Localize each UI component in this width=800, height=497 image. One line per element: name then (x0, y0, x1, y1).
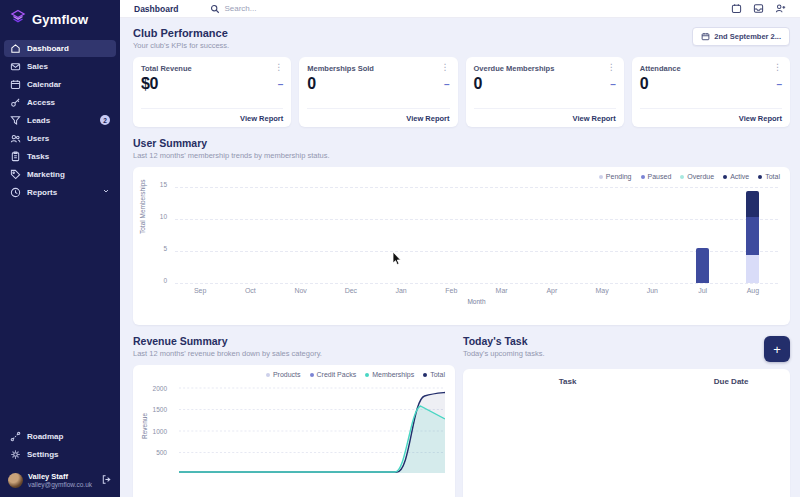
user-summary-chart-card: Pending Paused Overdue Active Total Tota… (133, 167, 790, 325)
app-title: Gymflow (32, 12, 88, 27)
plot-area (175, 187, 778, 283)
brand[interactable]: Gymflow (0, 0, 120, 37)
kpi-value: $0 (141, 75, 158, 93)
revenue-area-chart: Revenue 2000 1500 1000 500 (143, 381, 445, 491)
tag-icon (10, 169, 21, 180)
home-icon (10, 43, 21, 54)
kpi-change: – (278, 79, 284, 90)
gymflow-logo-icon (10, 9, 26, 29)
main-area: Dashboard Club Performance Your club's K… (120, 0, 800, 497)
y-axis-ticks: 15 10 5 0 (153, 184, 167, 280)
logout-icon[interactable] (101, 471, 112, 489)
todays-task-section: Today's Task Today's upcoming tasks. + T… (463, 335, 790, 497)
user-summary-subtitle: Last 12 months' membership trends by mem… (133, 151, 790, 160)
club-performance-subtitle: Your club's KPIs for success. (133, 41, 229, 50)
kpi-value: 0 (307, 75, 316, 93)
view-report-link[interactable]: View Report (240, 114, 283, 123)
legend-item-pending: Pending (599, 173, 632, 180)
y-axis-label: Total Memberships (139, 179, 146, 234)
date-filter-label: 2nd September 2... (714, 32, 781, 41)
sidebar: Gymflow Dashboard Sales Calendar Access … (0, 0, 120, 497)
revenue-chart-card: Products Credit Packs Memberships Total … (133, 365, 455, 497)
revenue-summary-section: Revenue Summary Last 12 months' revenue … (133, 335, 455, 497)
kebab-menu-icon[interactable]: ⋮ (607, 64, 616, 71)
revenue-summary-subtitle: Last 12 months' revenue broken down by s… (133, 349, 455, 358)
sidebar-item-leads[interactable]: Leads 2 (4, 112, 116, 129)
task-table-header: Task Due Date (463, 377, 790, 386)
y-axis-ticks: 2000 1500 1000 500 (149, 381, 167, 473)
users-icon (10, 133, 21, 144)
inbox-icon[interactable] (753, 3, 764, 14)
y-axis-label: Revenue (141, 413, 148, 439)
topbar: Dashboard (120, 0, 800, 18)
legend-item-active: Active (723, 173, 749, 180)
view-report-link[interactable]: View Report (406, 114, 449, 123)
sidebar-item-users[interactable]: Users (4, 130, 116, 147)
calendar-icon (701, 32, 710, 41)
user-summary-title: User Summary (133, 137, 790, 149)
bar-aug-paused-segment (746, 217, 759, 255)
date-filter-button[interactable]: 2nd September 2... (692, 27, 790, 46)
todays-task-subtitle: Today's upcoming tasks. (463, 349, 544, 358)
sidebar-item-dashboard[interactable]: Dashboard (4, 40, 116, 57)
x-axis-labels: SepOctNovDecJanFebMarAprMayJunJulAug (175, 287, 778, 294)
search-bar[interactable] (210, 4, 731, 14)
revenue-summary-title: Revenue Summary (133, 335, 455, 347)
kpi-card-attendance: Attendance⋮ 0– View Report (632, 57, 790, 127)
plus-icon: + (773, 342, 781, 357)
user-summary-legend: Pending Paused Overdue Active Total (143, 173, 780, 180)
sidebar-item-tasks[interactable]: Tasks (4, 148, 116, 165)
funnel-icon (10, 115, 21, 126)
sidebar-nav: Dashboard Sales Calendar Access Leads 2 … (0, 37, 120, 203)
clipboard-icon (10, 151, 21, 162)
gear-icon (10, 449, 21, 460)
chevron-down-icon (102, 187, 110, 197)
search-icon (210, 4, 220, 14)
kebab-menu-icon[interactable]: ⋮ (441, 64, 450, 71)
sidebar-item-marketing[interactable]: Marketing (4, 166, 116, 183)
kpi-cards: Total Revenue⋮ $0– View Report Membershi… (133, 57, 790, 127)
add-task-button[interactable]: + (764, 336, 790, 362)
sidebar-item-settings[interactable]: Settings (4, 446, 116, 463)
task-column-header: Task (463, 377, 672, 386)
bar-aug (746, 191, 759, 283)
view-report-link[interactable]: View Report (573, 114, 616, 123)
kpi-card-overdue-memberships: Overdue Memberships⋮ 0– View Report (466, 57, 624, 127)
calendar-icon[interactable] (731, 3, 742, 14)
route-icon (10, 431, 21, 442)
kpi-value: 0 (640, 75, 649, 93)
legend-item-overdue: Overdue (680, 173, 714, 180)
revenue-legend: Products Credit Packs Memberships Total (143, 371, 445, 378)
sidebar-item-reports[interactable]: Reports (4, 184, 116, 201)
bar-aug-pending-segment (746, 255, 759, 283)
kpi-card-memberships-sold: Memberships Sold⋮ 0– View Report (299, 57, 457, 127)
kebab-menu-icon[interactable]: ⋮ (274, 64, 283, 71)
sidebar-footer-nav: Roadmap Settings (0, 425, 120, 465)
user-email: valley@gymflow.co.uk (28, 481, 92, 489)
leads-count-badge: 2 (100, 115, 110, 125)
sidebar-item-access[interactable]: Access (4, 94, 116, 111)
kpi-card-total-revenue: Total Revenue⋮ $0– View Report (133, 57, 291, 127)
user-name: Valley Staff (28, 472, 92, 481)
dashboard-content: Club Performance Your club's KPIs for su… (120, 18, 800, 497)
bar-jul (696, 248, 709, 283)
plot-area (179, 381, 445, 473)
memberships-bar-chart: Total Memberships 15 10 5 0 (143, 184, 780, 314)
club-performance-title: Club Performance (133, 27, 229, 39)
user-plus-icon[interactable] (775, 3, 786, 14)
due-date-column-header: Due Date (672, 377, 790, 386)
kpi-change: – (610, 79, 616, 90)
kpi-change: – (776, 79, 782, 90)
sidebar-item-roadmap[interactable]: Roadmap (4, 428, 116, 445)
legend-item-memberships: Memberships (365, 371, 414, 378)
calendar-icon (10, 79, 21, 90)
search-input[interactable] (224, 4, 424, 13)
view-report-link[interactable]: View Report (739, 114, 782, 123)
legend-item-credit-packs: Credit Packs (310, 371, 357, 378)
sidebar-item-sales[interactable]: Sales (4, 58, 116, 75)
user-profile[interactable]: Valley Staff valley@gymflow.co.uk (0, 465, 120, 497)
sidebar-item-calendar[interactable]: Calendar (4, 76, 116, 93)
kebab-menu-icon[interactable]: ⋮ (773, 64, 782, 71)
legend-item-total: Total (758, 173, 780, 180)
avatar (8, 473, 23, 488)
